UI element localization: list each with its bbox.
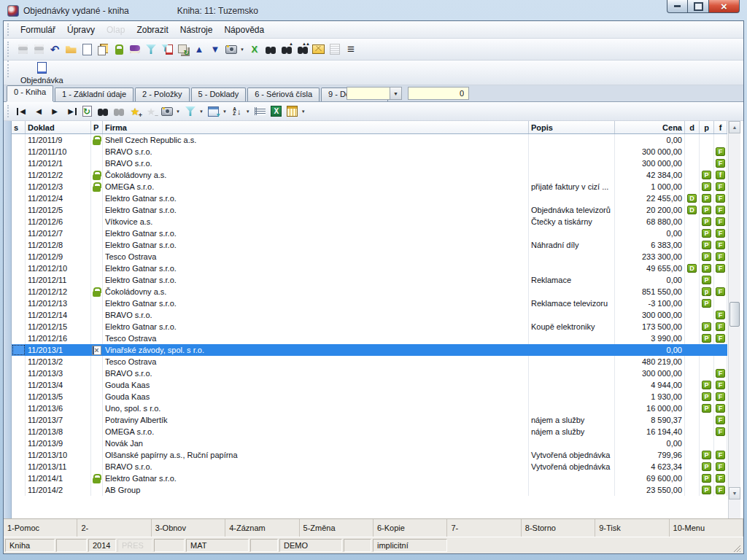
- table-row[interactable]: 11/2013/3BRAVO s.r.o.300 000,00F: [12, 368, 727, 379]
- table-row[interactable]: 11/2013/8OMEGA s.r.o.nájem a služby16 19…: [12, 426, 727, 438]
- book-icon[interactable]: [128, 42, 142, 57]
- menu-list-icon[interactable]: [344, 42, 358, 57]
- fkey-6-kopie[interactable]: 6-Kopie: [374, 519, 447, 537]
- tab-0-kniha[interactable]: 0 - Kniha: [7, 85, 53, 101]
- views-camera-icon[interactable]: [224, 42, 239, 57]
- maximize-button[interactable]: [688, 0, 709, 13]
- table-row[interactable]: 11/2012/16Tesco Ostrava3 990,00PF: [12, 332, 727, 344]
- table-row[interactable]: 11/2012/10Elektro Gatnar s.r.o.49 655,00…: [12, 262, 727, 274]
- list-settings-icon[interactable]: [253, 104, 268, 119]
- chevron-down-icon[interactable]: ▼: [199, 109, 204, 114]
- table-row[interactable]: 11/2012/15Elektro Gatnar s.r.o.Koupě ele…: [12, 321, 727, 332]
- table-row[interactable]: 11/2013/6Uno, spol. s r.o.16 000,00PF: [12, 402, 727, 414]
- chevron-down-icon[interactable]: ▼: [240, 47, 244, 52]
- table-row[interactable]: 11/2014/1Elektro Gatnar s.r.o.69 600,00P…: [12, 472, 727, 484]
- fkey-2[interactable]: 2-: [77, 519, 151, 537]
- column-header-cena[interactable]: Cena: [615, 121, 685, 133]
- table-row[interactable]: 11/2012/6Vítkovice a.s.Čtečky a tiskárny…: [12, 216, 727, 228]
- filter-icon[interactable]: [144, 42, 158, 57]
- move-up-icon[interactable]: [192, 42, 206, 57]
- table-row[interactable]: 11/2013/11BRAVO s.r.o.Vytvořená objednáv…: [12, 461, 727, 472]
- fkey-5-zmena[interactable]: 5-Změna: [300, 519, 374, 537]
- column-header-p[interactable]: p: [700, 121, 714, 133]
- first-record-icon[interactable]: [15, 104, 30, 119]
- excel-export-icon[interactable]: [269, 104, 284, 119]
- star-add-icon[interactable]: [128, 104, 142, 119]
- table-row[interactable]: 11/2012/4Elektro Gatnar s.r.o.22 455,00D…: [12, 192, 727, 204]
- book-combo[interactable]: ▼: [347, 87, 402, 100]
- fkey-10-menu[interactable]: 10-Menu: [670, 519, 743, 537]
- table-row[interactable]: 11/2013/2Tesco Ostrava480 219,00: [12, 356, 727, 368]
- column-header-firma[interactable]: Firma: [103, 121, 529, 133]
- table-columns-icon[interactable]: [285, 104, 300, 119]
- chevron-down-icon[interactable]: ▼: [301, 109, 306, 114]
- menu-upravy[interactable]: Úpravy: [61, 23, 101, 37]
- table-row[interactable]: 11/2012/5Elektro Gatnar s.r.o.Objednávka…: [12, 204, 727, 216]
- table-row[interactable]: 11/2014/2AB Group23 550,00PF: [12, 484, 727, 496]
- column-header-doklad[interactable]: Doklad: [26, 121, 91, 133]
- objednavka-button[interactable]: Objednávka: [15, 61, 69, 85]
- table-row[interactable]: 11/2012/8Elektro Gatnar s.r.o.Náhradní d…: [12, 239, 727, 251]
- fkey-1-pomoc[interactable]: 1-Pomoc: [4, 519, 77, 537]
- scroll-down-icon[interactable]: ▼: [729, 487, 740, 499]
- tab-1-zakladni-udaje[interactable]: 1 - Základní údaje: [55, 88, 133, 101]
- chevron-down-icon[interactable]: ▼: [176, 109, 180, 114]
- delete-record-icon[interactable]: [247, 42, 262, 57]
- menu-formular[interactable]: Formulář: [15, 23, 61, 37]
- minimize-button[interactable]: [667, 0, 688, 13]
- refresh-icon[interactable]: [80, 104, 94, 119]
- table-row-selected[interactable]: 11/2013/1×Vinařské závody, spol. s r.o.0…: [12, 344, 727, 356]
- filter-icon[interactable]: [183, 104, 198, 119]
- table-row[interactable]: 11/2012/11Elektro Gatnar s.r.o.Reklamace…: [12, 274, 727, 286]
- table-row[interactable]: 11/2012/9Tesco Ostrava233 300,00PF: [12, 251, 727, 262]
- menu-nastroje[interactable]: Nástroje: [174, 23, 219, 37]
- scroll-up-icon[interactable]: ▲: [729, 121, 740, 133]
- column-header-d[interactable]: d: [685, 121, 700, 133]
- search-icon[interactable]: [96, 104, 110, 119]
- table-row[interactable]: 11/2011/10BRAVO s.r.o.300 000,00F: [12, 146, 727, 158]
- previous-record-icon[interactable]: [31, 104, 46, 119]
- table-row[interactable]: 11/2013/4Gouda Kaas4 944,00PF: [12, 379, 727, 391]
- column-header-p-icon[interactable]: P: [91, 121, 103, 133]
- table-row[interactable]: 11/2013/9Novák Jan0,00: [12, 438, 727, 449]
- vertical-scrollbar[interactable]: ▲ ▼: [728, 121, 740, 518]
- record-count-field[interactable]: [408, 87, 469, 100]
- table-row[interactable]: 11/2012/2Čokoládovny a.s.42 384,00Pf: [12, 169, 727, 181]
- mail-icon[interactable]: [311, 42, 326, 57]
- next-record-icon[interactable]: [47, 104, 62, 119]
- lock-icon[interactable]: [112, 42, 126, 57]
- scrollbar-thumb[interactable]: [729, 302, 740, 327]
- sort-icon[interactable]: [230, 104, 244, 119]
- search-icon[interactable]: [263, 42, 278, 57]
- tab-2-polozky[interactable]: 2 - Položky: [135, 88, 189, 101]
- chevron-down-icon[interactable]: ▼: [222, 109, 227, 114]
- form-settings-icon[interactable]: [206, 104, 221, 119]
- fkey-9-tisk[interactable]: 9-Tisk: [595, 519, 669, 537]
- column-header-f[interactable]: f: [714, 121, 727, 133]
- fkey-7[interactable]: 7-: [447, 519, 521, 537]
- refresh-stack-icon[interactable]: [176, 42, 190, 57]
- menu-napoveda[interactable]: Nápověda: [218, 23, 270, 37]
- copy-icon[interactable]: [96, 42, 110, 57]
- table-row[interactable]: 11/2012/14BRAVO s.r.o.300 000,00F: [12, 309, 727, 321]
- tab-5-doklady[interactable]: 5 - Doklady: [191, 88, 247, 101]
- search-previous-icon[interactable]: [295, 42, 310, 57]
- chevron-down-icon[interactable]: ▼: [390, 88, 401, 99]
- views-camera-icon[interactable]: [160, 104, 174, 119]
- table-row[interactable]: 11/2013/5Gouda Kaas1 930,00PF: [12, 391, 727, 402]
- fkey-4-zaznam[interactable]: 4-Záznam: [225, 519, 299, 537]
- tab-6-seriova-cisla[interactable]: 6 - Sériová čísla: [247, 88, 320, 101]
- last-record-icon[interactable]: [63, 104, 78, 119]
- chevron-down-icon[interactable]: ▼: [246, 109, 250, 114]
- table-row[interactable]: 11/2011/9Shell Czech Republic a.s.0,00: [12, 134, 727, 146]
- table-row[interactable]: 11/2012/13Elektro Gatnar s.r.o.Reklamace…: [12, 298, 727, 309]
- table-row[interactable]: 11/2012/1BRAVO s.r.o.300 000,00F: [12, 158, 727, 169]
- open-folder-icon[interactable]: [63, 42, 78, 57]
- fkey-8-storno[interactable]: 8-Storno: [522, 519, 595, 537]
- undo-icon[interactable]: [47, 42, 62, 57]
- new-document-icon[interactable]: [80, 42, 94, 57]
- menu-zobrazit[interactable]: Zobrazit: [131, 23, 174, 37]
- move-down-icon[interactable]: [208, 42, 222, 57]
- search-next-icon[interactable]: [279, 42, 294, 57]
- table-row[interactable]: 11/2013/7Potraviny Albertíknájem a služb…: [12, 414, 727, 426]
